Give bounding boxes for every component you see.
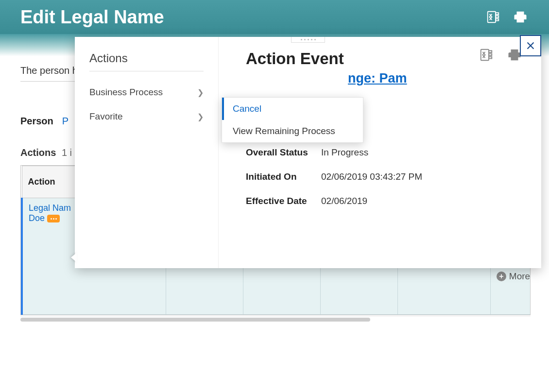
page-header: Edit Legal Name	[0, 0, 549, 34]
more-people[interactable]: + More (	[497, 271, 531, 282]
initiated-on-value: 02/06/2019 03:43:27 PM	[321, 171, 422, 182]
overall-status-value: In Progress	[321, 147, 368, 158]
action-event-content: Action Event Legal Name Change: Pam Subj…	[219, 37, 541, 268]
export-excel-icon[interactable]	[478, 47, 495, 63]
chevron-right-icon: ❯	[197, 112, 204, 121]
print-icon[interactable]	[512, 9, 529, 25]
close-button[interactable]	[520, 35, 541, 56]
horizontal-scrollbar[interactable]	[20, 316, 531, 322]
event-subtitle[interactable]: Legal Name Change: Pam	[246, 71, 407, 85]
svg-rect-2	[496, 16, 498, 18]
svg-rect-7	[489, 57, 492, 59]
export-excel-icon[interactable]	[485, 9, 501, 25]
header-icon-group	[485, 9, 529, 25]
svg-rect-5	[489, 51, 492, 52]
actions-menu: Actions Business Process ❯ Favorite ❯	[75, 37, 219, 268]
page-title: Edit Legal Name	[20, 7, 485, 28]
row-actions-icon[interactable]	[47, 215, 60, 222]
effective-date-label: Effective Date	[246, 196, 321, 206]
person-label: Person	[20, 116, 53, 127]
chevron-right-icon: ❯	[197, 88, 204, 97]
actions-count: 1 i	[59, 147, 72, 158]
effective-date-value: 02/06/2019	[321, 196, 367, 206]
submenu-view-remaining[interactable]: View Remaining Process	[222, 120, 363, 142]
panel-icon-group	[478, 47, 523, 63]
menu-favorite[interactable]: Favorite ❯	[89, 104, 204, 129]
popover-arrow-icon	[71, 253, 77, 262]
svg-rect-1	[496, 13, 498, 15]
menu-business-process[interactable]: Business Process ❯	[89, 80, 204, 104]
person-value[interactable]: P	[62, 116, 69, 127]
action-event-panel: Actions Business Process ❯ Favorite ❯ Ac…	[75, 37, 541, 268]
initiated-on-label: Initiated On	[246, 171, 321, 182]
plus-icon: +	[497, 272, 506, 281]
actions-title: Actions	[20, 147, 56, 158]
actions-menu-title: Actions	[89, 51, 204, 71]
svg-rect-3	[496, 19, 498, 21]
svg-rect-6	[489, 54, 492, 56]
submenu-cancel[interactable]: Cancel	[222, 98, 363, 120]
business-process-submenu: Cancel View Remaining Process	[222, 97, 363, 143]
overall-status-label: Overall Status	[246, 147, 321, 158]
